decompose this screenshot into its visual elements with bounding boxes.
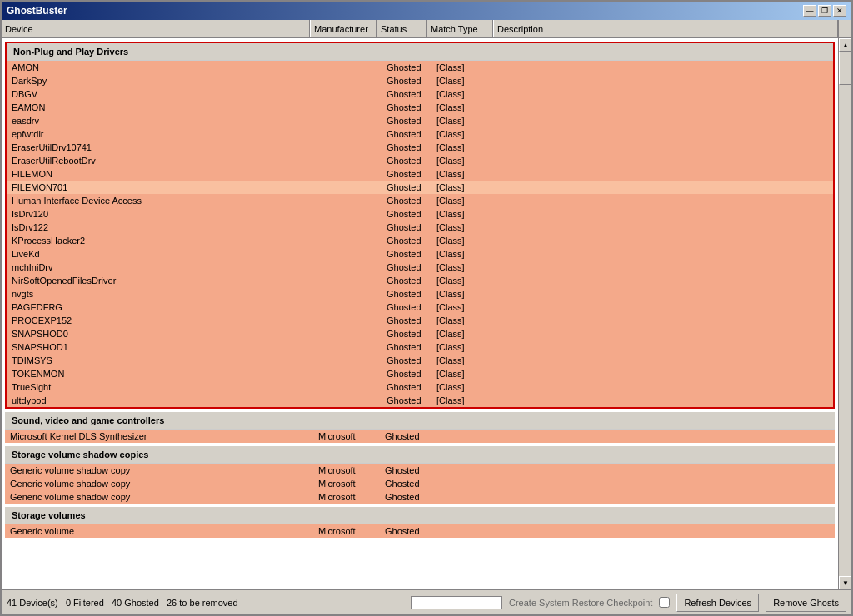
table-row[interactable]: FILEMON Ghosted [Class] bbox=[7, 167, 833, 181]
col-header-matchtype[interactable]: Match Type bbox=[426, 20, 493, 37]
scroll-down-button[interactable]: ▼ bbox=[839, 576, 851, 589]
col-header-manufacturer[interactable]: Manufacturer bbox=[310, 20, 377, 37]
main-window: GhostBuster — ❐ ✕ Device Manufacturer St… bbox=[0, 0, 853, 616]
close-button[interactable]: ✕ bbox=[833, 5, 846, 17]
section-storage-shadow: Storage volume shadow copies Generic vol… bbox=[5, 446, 835, 504]
status-text: 41 Device(s) 0 Filtered 40 Ghosted 26 to… bbox=[7, 598, 404, 608]
table-row[interactable]: Generic volume shadow copy Microsoft Gho… bbox=[5, 490, 835, 504]
col-header-description[interactable]: Description bbox=[493, 20, 838, 37]
table-row[interactable]: AMON Ghosted [Class] bbox=[7, 61, 833, 74]
table-row[interactable]: DBGV Ghosted [Class] bbox=[7, 87, 833, 101]
table-row[interactable]: Human Interface Device Access Ghosted [C… bbox=[7, 194, 833, 207]
table-row[interactable]: easdrv Ghosted [Class] bbox=[7, 114, 833, 127]
table-row[interactable]: Generic volume shadow copy Microsoft Gho… bbox=[5, 477, 835, 490]
table-row[interactable]: EraserUtilRebootDrv Ghosted [Class] bbox=[7, 154, 833, 167]
column-header-row: Device Manufacturer Status Match Type De… bbox=[2, 20, 851, 38]
table-row[interactable]: IsDrv122 Ghosted [Class] bbox=[7, 221, 833, 234]
scroll-track[interactable] bbox=[839, 52, 851, 576]
table-row[interactable]: TrueSight Ghosted [Class] bbox=[7, 380, 833, 394]
device-list[interactable]: Non-Plug and Play Drivers AMON Ghosted [… bbox=[2, 38, 838, 589]
remove-ghosts-button[interactable]: Remove Ghosts bbox=[766, 594, 846, 612]
scroll-thumb[interactable] bbox=[839, 52, 851, 85]
table-row[interactable]: ultdypod Ghosted [Class] bbox=[7, 394, 833, 407]
col-header-status[interactable]: Status bbox=[377, 20, 426, 37]
table-row[interactable]: LiveKd Ghosted [Class] bbox=[7, 247, 833, 261]
table-row[interactable]: PROCEXP152 Ghosted [Class] bbox=[7, 314, 833, 327]
restore-checkpoint-checkbox[interactable] bbox=[659, 597, 670, 608]
category-header-non-plug: Non-Plug and Play Drivers bbox=[7, 43, 833, 61]
table-row[interactable]: EraserUtilDrv10741 Ghosted [Class] bbox=[7, 141, 833, 154]
header-scrollbar-spacer bbox=[838, 20, 851, 37]
section-sound-video: Sound, video and game controllers Micros… bbox=[5, 412, 835, 443]
table-row[interactable]: TDIMSYS Ghosted [Class] bbox=[7, 354, 833, 367]
list-scroll[interactable]: Non-Plug and Play Drivers AMON Ghosted [… bbox=[2, 38, 838, 589]
table-row[interactable]: EAMON Ghosted [Class] bbox=[7, 101, 833, 114]
vertical-scrollbar[interactable]: ▲ ▼ bbox=[838, 38, 851, 589]
table-row[interactable]: NirSoftOpenedFilesDriver Ghosted [Class] bbox=[7, 274, 833, 287]
table-row[interactable]: KProcessHacker2 Ghosted [Class] bbox=[7, 234, 833, 247]
col-header-device[interactable]: Device bbox=[2, 20, 310, 37]
table-row[interactable]: Microsoft Kernel DLS Synthesizer Microso… bbox=[5, 430, 835, 443]
table-row[interactable]: IsDrv120 Ghosted [Class] bbox=[7, 207, 833, 221]
category-header-sound: Sound, video and game controllers bbox=[5, 412, 835, 430]
table-row[interactable]: mchIniDrv Ghosted [Class] bbox=[7, 261, 833, 274]
progress-bar bbox=[411, 596, 502, 609]
bottom-padding bbox=[2, 538, 838, 554]
section-non-plug: Non-Plug and Play Drivers AMON Ghosted [… bbox=[5, 42, 835, 409]
title-controls: — ❐ ✕ bbox=[803, 5, 846, 17]
restore-checkpoint-label: Create System Restore Checkpoint bbox=[509, 598, 652, 608]
category-header-storage-volumes: Storage volumes bbox=[5, 507, 835, 524]
table-row[interactable]: nvgts Ghosted [Class] bbox=[7, 287, 833, 301]
table-row[interactable]: TOKENMON Ghosted [Class] bbox=[7, 367, 833, 380]
title-bar: GhostBuster — ❐ ✕ bbox=[2, 2, 851, 20]
window-title: GhostBuster bbox=[7, 5, 67, 17]
section-storage-volumes: Storage volumes Generic volume Microsoft… bbox=[5, 507, 835, 538]
table-row[interactable]: PAGEDFRG Ghosted [Class] bbox=[7, 301, 833, 314]
restore-button[interactable]: ❐ bbox=[818, 5, 831, 17]
content-area: Non-Plug and Play Drivers AMON Ghosted [… bbox=[2, 38, 851, 589]
table-row[interactable]: epfwtdir Ghosted [Class] bbox=[7, 127, 833, 141]
table-row[interactable]: SNAPSHOD0 Ghosted [Class] bbox=[7, 327, 833, 340]
refresh-devices-button[interactable]: Refresh Devices bbox=[676, 594, 759, 612]
status-bar: 41 Device(s) 0 Filtered 40 Ghosted 26 to… bbox=[2, 589, 851, 614]
category-header-storage-shadow: Storage volume shadow copies bbox=[5, 446, 835, 464]
scroll-up-button[interactable]: ▲ bbox=[839, 38, 851, 52]
table-row[interactable]: FILEMON701 Ghosted [Class] bbox=[7, 181, 833, 194]
table-row[interactable]: Generic volume shadow copy Microsoft Gho… bbox=[5, 464, 835, 477]
minimize-button[interactable]: — bbox=[803, 5, 816, 17]
table-row[interactable]: Generic volume Microsoft Ghosted bbox=[5, 524, 835, 538]
table-row[interactable]: DarkSpy Ghosted [Class] bbox=[7, 74, 833, 87]
table-row[interactable]: SNAPSHOD1 Ghosted [Class] bbox=[7, 340, 833, 354]
